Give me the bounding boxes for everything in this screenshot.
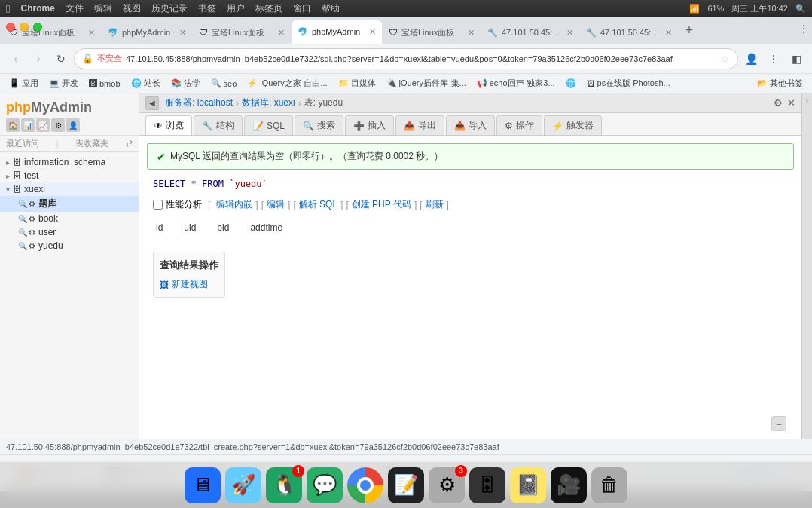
tab-2-close[interactable]: ✕: [179, 28, 186, 38]
maximize-button[interactable]: [33, 23, 42, 32]
parse-sql-link[interactable]: 解析 SQL: [299, 198, 337, 211]
bm-echo[interactable]: 📢echo回声-独家3...: [472, 76, 560, 90]
dock-dashboard[interactable]: 🎛: [469, 467, 505, 503]
tab-6-close[interactable]: ✕: [566, 28, 573, 38]
tab-structure[interactable]: 🔧 结构: [194, 115, 243, 135]
right-expand-btn[interactable]: ›: [806, 93, 808, 108]
close-button[interactable]: [6, 23, 15, 32]
dock-settings[interactable]: ⚙ 3: [429, 467, 465, 503]
db-item-test[interactable]: ▸ 🗄 test: [0, 169, 139, 182]
server-label[interactable]: 服务器: localhost: [165, 96, 233, 109]
bm-law[interactable]: 📚法学: [166, 76, 205, 90]
performance-checkbox[interactable]: [153, 200, 163, 210]
db-label[interactable]: 数据库: xuexi: [242, 96, 295, 109]
bm-others[interactable]: 📂其他书签: [752, 76, 807, 90]
tab-2[interactable]: 🐬 phpMyAdmin ✕: [102, 21, 192, 44]
bm-webmaster[interactable]: 🌐站长: [127, 76, 165, 90]
new-view-link[interactable]: 🖼 新建视图: [160, 278, 218, 291]
menu-file[interactable]: 文件: [66, 2, 84, 15]
search-mac-icon[interactable]: 🔍: [795, 4, 806, 14]
tab-triggers[interactable]: ⚡ 触发器: [544, 115, 602, 135]
tab-insert[interactable]: ➕ 插入: [345, 115, 394, 135]
table-item-tiku[interactable]: 🔍 ⚙ 题库: [0, 196, 139, 212]
url-input-wrap[interactable]: 🔓 不安全 47.101.50.45:888/phpmyadmin_b4eb52…: [74, 48, 738, 69]
pma-user-btn[interactable]: 👤: [66, 118, 80, 132]
bm-globe[interactable]: 🌐: [561, 77, 581, 90]
dock-wechat[interactable]: 💬: [307, 467, 343, 503]
tab-7[interactable]: 🔧 47.101.50.45:888... ✕: [580, 21, 678, 44]
pma-sql-btn[interactable]: 📊: [21, 118, 35, 132]
bm-seo[interactable]: 🔍seo: [206, 77, 242, 90]
db-item-xuexi[interactable]: ▾ 🗄 xuexi: [0, 182, 139, 196]
minimize-button[interactable]: [20, 23, 29, 32]
pma-status-btn[interactable]: 📈: [36, 118, 50, 132]
menu-tabs[interactable]: 标签页: [255, 2, 282, 15]
qq-badge: 1: [292, 465, 304, 477]
dock: 🖥 🚀 🐧 1 💬 📝 ⚙ 3 🎛 📓 🎥 🗑: [0, 461, 812, 508]
menu-user[interactable]: 用户: [227, 2, 245, 15]
table-item-user[interactable]: 🔍 ⚙ user: [0, 225, 139, 239]
menu-window[interactable]: 窗口: [293, 2, 311, 15]
refresh-link[interactable]: 刷新: [426, 198, 444, 211]
dock-obs[interactable]: 🎥: [551, 467, 587, 503]
dock-webstorm[interactable]: 📝: [388, 467, 424, 503]
new-tab-button[interactable]: +: [679, 20, 700, 41]
bm-jquery-plugin[interactable]: 🔌jQuery插件库-集...: [382, 76, 471, 90]
account-button[interactable]: 👤: [741, 49, 761, 69]
menu-view[interactable]: 视图: [123, 2, 141, 15]
tab-search[interactable]: 🔍 搜索: [295, 115, 343, 135]
bm-bmob[interactable]: 🅱bmob: [84, 78, 125, 90]
tab-5-close[interactable]: ✕: [468, 28, 475, 38]
pma-home-btn[interactable]: 🏠: [6, 118, 20, 132]
create-php-link[interactable]: 创建 PHP 代码: [352, 198, 411, 211]
tab-import[interactable]: 📥 导入: [446, 115, 495, 135]
menu-button[interactable]: ⋮: [764, 49, 783, 69]
dock-qq[interactable]: 🐧 1: [266, 467, 302, 503]
tab-7-close[interactable]: ✕: [665, 28, 672, 38]
edit-inline-link[interactable]: 编辑内嵌: [216, 198, 252, 211]
tab-4-active[interactable]: 🐬 phpMyAdmin ✕: [292, 20, 382, 44]
dock-finder[interactable]: 🖥: [185, 467, 221, 503]
tab-4-close[interactable]: ✕: [369, 27, 376, 37]
bookmark-star-icon[interactable]: ☆: [720, 53, 730, 65]
expand-all-icon[interactable]: ⇄: [126, 139, 133, 148]
edit-link[interactable]: 编辑: [267, 198, 285, 211]
forward-button[interactable]: ›: [29, 49, 48, 69]
bm-media[interactable]: 📁目媒体: [334, 76, 380, 90]
menu-history[interactable]: 历史记录: [151, 2, 188, 15]
tab-browse[interactable]: 👁 浏览: [145, 115, 192, 135]
db-item-information-schema[interactable]: ▸ 🗄 information_schema: [0, 155, 139, 169]
bm-photoshop[interactable]: 🖼ps在线版 Photosh...: [582, 76, 675, 90]
table-item-book[interactable]: 🔍 ⚙ book: [0, 212, 139, 225]
tab-sql[interactable]: 📝 SQL: [244, 115, 293, 135]
dock-trash[interactable]: 🗑: [591, 467, 627, 503]
back-button[interactable]: ‹: [6, 49, 26, 69]
reload-button[interactable]: ↻: [51, 49, 71, 69]
side-panel-button[interactable]: ◧: [786, 49, 806, 69]
bm-dev[interactable]: 💻开发: [44, 76, 83, 90]
tab-6[interactable]: 🔧 47.101.50.45:888... ✕: [481, 21, 579, 44]
bm-jquery-home[interactable]: ⚡jQuery之家-自由...: [243, 76, 331, 90]
customize-icon[interactable]: ⚙: [774, 97, 783, 109]
dock-chrome[interactable]: [347, 467, 383, 503]
tab-3-close[interactable]: ✕: [278, 28, 285, 38]
tab-1-close[interactable]: ✕: [88, 28, 95, 38]
bm-apps[interactable]: 📱应用: [5, 76, 43, 90]
menu-help[interactable]: 帮助: [322, 2, 340, 15]
dock-notes[interactable]: 📓: [510, 467, 546, 503]
menu-edit[interactable]: 编辑: [94, 2, 112, 15]
left-toggle-btn[interactable]: ◀: [145, 96, 159, 110]
menu-bookmarks[interactable]: 书签: [198, 2, 216, 15]
tab-operations[interactable]: ⚙ 操作: [496, 115, 542, 135]
collapse-btn[interactable]: –: [771, 416, 786, 431]
tab-3[interactable]: 🛡 宝塔Linux面板 ✕: [193, 21, 291, 44]
tab-overflow-icon[interactable]: ⋮: [798, 23, 809, 35]
close-panel-icon[interactable]: ✕: [787, 97, 795, 109]
dock-rocket[interactable]: 🚀: [225, 467, 261, 503]
tab-5[interactable]: 🛡 宝塔Linux面板 ✕: [383, 21, 481, 44]
apple-menu-icon[interactable]: : [6, 2, 10, 15]
sql-label: SQL: [267, 121, 285, 131]
table-item-yuedu[interactable]: 🔍 ⚙ yuedu: [0, 239, 139, 252]
tab-export[interactable]: 📤 导出: [395, 115, 444, 135]
pma-settings-btn[interactable]: ⚙: [51, 118, 65, 132]
